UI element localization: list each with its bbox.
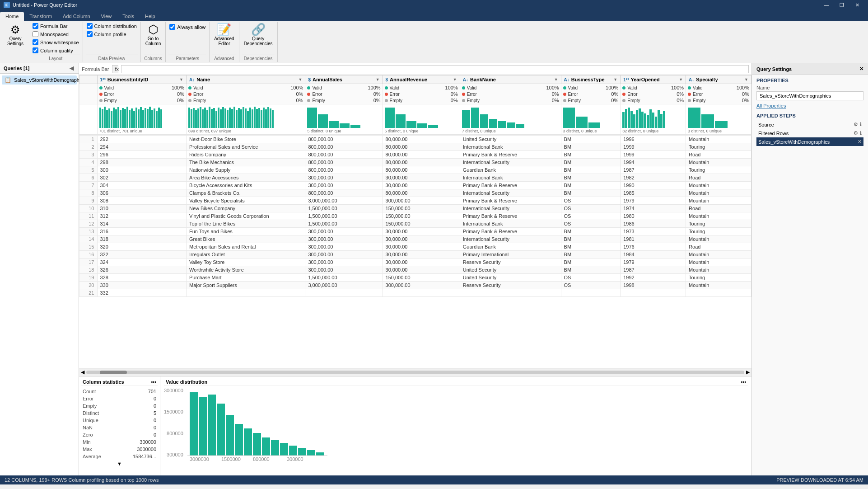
col-filter-specialty[interactable]: ▼	[744, 77, 748, 82]
show-whitespace-check[interactable]	[33, 39, 38, 45]
always-allow-check[interactable]	[169, 24, 175, 30]
step-sales-active[interactable]: Sales_vStoreWithDemographics ✕	[756, 137, 863, 146]
name-label: Name	[756, 85, 863, 90]
table-row[interactable]: 13316Fun Toys and Bikes300,000.0030,000.…	[79, 228, 751, 235]
col-filter-annualsales[interactable]: ▼	[376, 77, 380, 82]
columns-group-label: Columns	[144, 55, 163, 61]
step-filtered-rows[interactable]: Filtered Rows ⚙ ℹ	[756, 129, 863, 137]
col-profile-checkbox[interactable]: Column profile	[86, 31, 138, 38]
monospaced-checkbox[interactable]: Monospaced	[32, 31, 80, 38]
svg-rect-84	[576, 117, 588, 128]
scroll-right-btn[interactable]: ▶	[746, 369, 750, 375]
dependencies-group-label: Dependencies	[242, 55, 275, 61]
table-row[interactable]: 7304Bicycle Accessories and Kits300,000.…	[79, 182, 751, 189]
table-row[interactable]: 1292Next-Door Bike Store800,000.0080,000…	[79, 136, 751, 143]
minimize-btn[interactable]: —	[819, 0, 834, 10]
col-filter-name[interactable]: ▼	[298, 77, 302, 82]
table-row[interactable]: 16322Irregulars Outlet300,000.0030,000.0…	[79, 251, 751, 259]
table-row[interactable]: 14318Great Bikes300,000.0030,000.00Inter…	[79, 235, 751, 243]
table-row[interactable]: 9308Valley Bicycle Specialists3,000,000.…	[79, 197, 751, 205]
query-dependencies-button[interactable]: 🔗 QueryDependencies	[242, 23, 275, 47]
tab-transform[interactable]: Transform	[24, 12, 57, 21]
formula-input[interactable]	[121, 65, 749, 73]
value-distribution-menu[interactable]: •••	[741, 379, 746, 385]
column-statistics-panel: Column statistics ••• Count 701 Error 0 …	[79, 376, 160, 475]
col-distribution-checkbox[interactable]: Column distribution	[86, 23, 138, 29]
col-filter-bankname[interactable]: ▼	[554, 77, 558, 82]
advanced-editor-button[interactable]: 📝 AdvancedEditor	[212, 23, 236, 47]
table-row[interactable]: 2294Professional Sales and Service800,00…	[79, 143, 751, 151]
table-row[interactable]: 19328Purchase Mart1,500,000.00150,000.00…	[79, 274, 751, 282]
horizontal-scroll-bar[interactable]: ◀ ▶	[79, 368, 751, 376]
queries-collapse-btn[interactable]: ◀	[68, 65, 75, 71]
tab-add-column[interactable]: Add Column	[57, 12, 96, 21]
table-row[interactable]: 8306Clamps & Brackets Co.800,000.0080,00…	[79, 189, 751, 197]
table-row[interactable]: 15320Metropolitan Sales and Rental300,00…	[79, 243, 751, 251]
step-filtered-rows-gear[interactable]: ⚙	[854, 130, 858, 136]
quality-error-businessentityid: Error 0%	[99, 91, 185, 97]
stat-min-label: Min	[83, 439, 91, 445]
col-filter-yearopened[interactable]: ▼	[679, 77, 683, 82]
right-panel-header: Query Settings ✕	[752, 63, 868, 75]
close-btn[interactable]: ✕	[850, 0, 864, 10]
value-distribution-panel: Value distribution ••• 3000000 1500000 8…	[160, 376, 751, 475]
column-quality-check[interactable]	[33, 47, 38, 53]
go-to-column-button[interactable]: ⬡ Go toColumn	[144, 23, 163, 47]
tab-view[interactable]: View	[96, 12, 117, 21]
data-cell: Primary Bank & Reserve	[460, 197, 561, 205]
table-row[interactable]: 11312Vinyl and Plastic Goods Corporation…	[79, 212, 751, 220]
query-name-input[interactable]	[756, 91, 863, 100]
stats-expand-btn[interactable]: ▼	[81, 460, 158, 467]
table-row[interactable]: 12314Top of the Line Bikes1,500,000.0015…	[79, 220, 751, 228]
step-filtered-rows-info[interactable]: ℹ	[860, 130, 862, 136]
data-cell: 314	[97, 220, 187, 228]
table-row[interactable]: 10310New Bikes Company1,500,000.00150,00…	[79, 205, 751, 212]
maximize-btn[interactable]: ❐	[835, 0, 849, 10]
step-sales-delete[interactable]: ✕	[858, 139, 862, 145]
tab-help[interactable]: Help	[140, 12, 161, 21]
table-row[interactable]: 3296Riders Company800,000.0080,000.00Pri…	[79, 151, 751, 159]
data-cell: BM	[561, 151, 621, 159]
step-source[interactable]: Source ⚙ ℹ	[756, 120, 863, 129]
table-row[interactable]: 5300Nationwide Supply800,000.0080,000.00…	[79, 166, 751, 174]
scroll-left-btn[interactable]: ◀	[81, 369, 84, 375]
col-filter-annualrevenue[interactable]: ▼	[453, 77, 457, 82]
data-cell: 1,500,000.00	[305, 212, 383, 220]
table-row[interactable]: 20330Major Sport Suppliers3,000,000.0030…	[79, 282, 751, 289]
formula-bar-check[interactable]	[33, 23, 38, 29]
table-row[interactable]: 17324Valley Toy Store300,000.0030,000.00…	[79, 259, 751, 266]
error-dot	[385, 93, 388, 96]
svg-rect-3	[106, 110, 108, 128]
monospaced-check[interactable]	[33, 31, 38, 37]
table-row[interactable]: 18326Worthwhile Activity Store300,000.00…	[79, 266, 751, 274]
col-filter-businessentityid[interactable]: ▼	[179, 77, 183, 82]
all-properties-link[interactable]: All Properties	[756, 103, 863, 108]
data-cell: Primary Bank & Reserve	[460, 151, 561, 159]
col-distribution-check[interactable]	[87, 23, 93, 29]
data-cell: Top of the Line Bikes	[187, 220, 305, 228]
table-row[interactable]: 6302Area Bike Accessories300,000.0030,00…	[79, 174, 751, 182]
data-cell: 326	[97, 266, 187, 274]
col-type-businesstype: A↓	[564, 77, 569, 82]
tab-tools[interactable]: Tools	[117, 12, 140, 21]
formula-bar-checkbox[interactable]: Formula Bar	[32, 23, 80, 29]
show-whitespace-checkbox[interactable]: Show whitespace	[32, 39, 80, 46]
right-panel-close-btn[interactable]: ✕	[859, 66, 863, 72]
scroll-track[interactable]	[86, 371, 744, 374]
svg-rect-67	[318, 114, 328, 128]
column-quality-checkbox[interactable]: Column quality	[32, 47, 80, 54]
data-cell: 3,000,000.00	[305, 282, 383, 289]
data-cell: OS	[561, 212, 621, 220]
col-filter-businesstype[interactable]: ▼	[613, 77, 617, 82]
col-profile-check[interactable]	[87, 31, 93, 37]
query-item-sales[interactable]: 📋 Sales_vStoreWithDemographics	[2, 75, 77, 85]
tab-home[interactable]: Home	[0, 12, 24, 21]
step-source-info[interactable]: ℹ	[860, 122, 862, 127]
step-source-gear[interactable]: ⚙	[854, 122, 858, 127]
column-statistics-menu[interactable]: •••	[151, 379, 156, 385]
query-settings-button[interactable]: ⚙ QuerySettings	[2, 22, 29, 62]
table-row[interactable]: 4298The Bike Mechanics800,000.0080,000.0…	[79, 159, 751, 166]
table-row[interactable]: 21332	[79, 289, 751, 297]
always-allow-checkbox[interactable]: Always allow	[168, 24, 206, 30]
data-table-container[interactable]: 1292Next-Door Bike Store800,000.0080,000…	[79, 135, 751, 368]
